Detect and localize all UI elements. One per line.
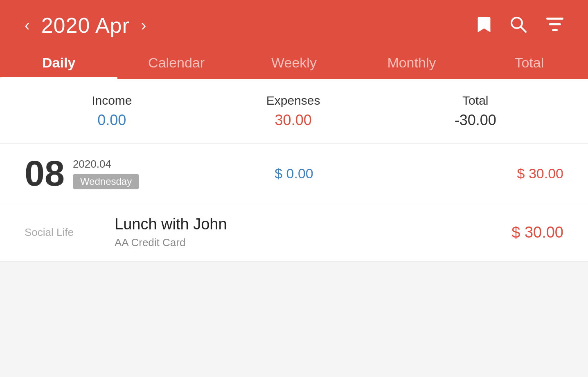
transaction-details: Lunch with John AA Credit Card	[106, 215, 511, 249]
day-name-badge: Wednesday	[73, 174, 139, 189]
expenses-summary: Expenses 30.00	[266, 94, 320, 129]
total-value: -30.00	[455, 112, 496, 129]
header-top: ‹ 2020 Apr ›	[0, 0, 588, 46]
day-row[interactable]: 08 2020.04 Wednesday $ 0.00 $ 30.00	[0, 144, 588, 203]
transaction-item[interactable]: Social Life Lunch with John AA Credit Ca…	[0, 203, 588, 262]
day-year-month: 2020.04	[73, 158, 139, 171]
total-label: Total	[462, 94, 488, 108]
transaction-category: Social Life	[25, 226, 106, 239]
day-expense: $ 30.00	[384, 166, 563, 182]
header-actions	[478, 16, 563, 34]
day-info: 08 2020.04 Wednesday	[25, 155, 204, 191]
svg-rect-4	[552, 29, 558, 31]
tab-weekly[interactable]: Weekly	[235, 46, 353, 79]
app-header: ‹ 2020 Apr ›	[0, 0, 588, 79]
current-month-title: 2020 Apr	[41, 13, 130, 38]
day-income: $ 0.00	[204, 166, 384, 182]
svg-rect-3	[549, 23, 561, 25]
day-number: 08	[25, 155, 65, 191]
svg-line-1	[521, 27, 526, 32]
filter-icon[interactable]	[546, 18, 563, 33]
tab-bar: Daily Calendar Weekly Monthly Total	[0, 46, 588, 79]
income-value: 0.00	[97, 112, 126, 129]
expenses-value: 30.00	[275, 112, 312, 129]
income-summary: Income 0.00	[92, 94, 132, 129]
tab-monthly[interactable]: Monthly	[353, 46, 470, 79]
tab-calendar[interactable]: Calendar	[117, 46, 235, 79]
next-month-button[interactable]: ›	[141, 18, 146, 33]
transaction-amount: $ 30.00	[511, 224, 563, 241]
transaction-account: AA Credit Card	[115, 236, 511, 249]
day-details: 2020.04 Wednesday	[73, 158, 139, 189]
month-navigation: ‹ 2020 Apr ›	[25, 13, 146, 38]
bookmark-icon[interactable]	[478, 17, 491, 34]
tab-total[interactable]: Total	[471, 46, 588, 79]
tab-daily[interactable]: Daily	[0, 46, 117, 79]
summary-bar: Income 0.00 Expenses 30.00 Total -30.00	[0, 79, 588, 144]
svg-rect-2	[546, 18, 563, 20]
total-summary: Total -30.00	[455, 94, 496, 129]
search-icon[interactable]	[510, 16, 527, 34]
transaction-name: Lunch with John	[115, 215, 511, 233]
expenses-label: Expenses	[266, 94, 320, 108]
prev-month-button[interactable]: ‹	[25, 18, 30, 33]
income-label: Income	[92, 94, 132, 108]
